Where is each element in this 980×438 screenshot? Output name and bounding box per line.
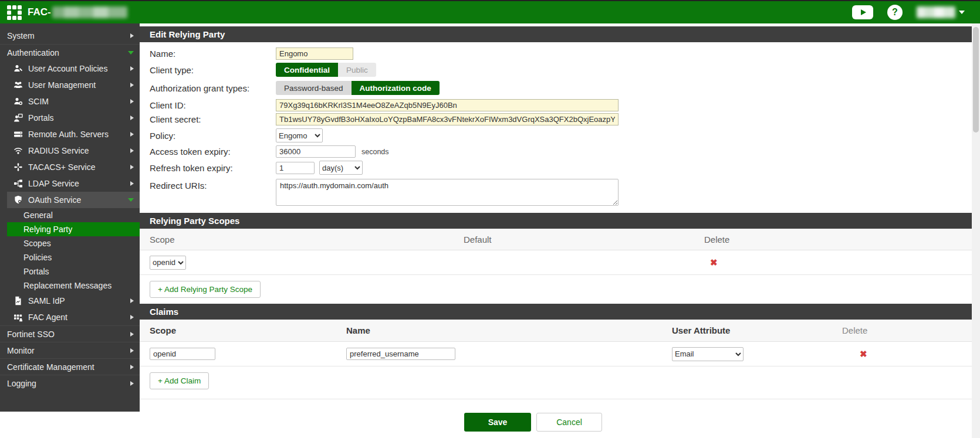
help-icon[interactable]: ? [887,5,903,20]
actions-divider [140,399,972,399]
sidebar-nav: System Authentication User Account Polic… [0,23,140,412]
refresh-token-unit-select[interactable]: day(s) [319,161,363,175]
claim-scope-input[interactable] [150,348,215,360]
scopes-col-default: Default [464,235,704,245]
scim-icon [13,96,23,107]
client-type-confidential-button[interactable]: Confidential [276,63,338,77]
access-token-expiry-input[interactable] [276,145,356,158]
add-claim-button[interactable]: + Add Claim [150,372,209,389]
sidebar-item-oauth-scopes[interactable]: Scopes [7,236,140,250]
sidebar-item-tacacs-service[interactable]: TACACS+ Service [0,159,140,175]
expand-arrow-icon [130,33,134,38]
sidebar-item-monitor[interactable]: Monitor [0,342,140,358]
client-type-public-button[interactable]: Public [338,63,376,77]
sidebar-item-fortinet-sso[interactable]: Fortinet SSO [0,325,140,342]
policy-label: Policy: [150,131,276,141]
grant-password-based-button[interactable]: Password-based [276,81,352,95]
sidebar-item-scim[interactable]: SCIM [0,93,140,110]
fac-agent-icon [13,312,23,322]
scopes-col-delete: Delete [704,235,962,245]
user-management-icon [13,80,23,90]
product-name: FAC- [28,6,51,18]
name-input[interactable] [276,47,353,60]
sidebar-item-radius-service[interactable]: RADIUS Service [0,142,140,159]
scopes-table-header: Scope Default Delete [140,229,972,250]
sidebar-item-oauth-general[interactable]: General [7,208,140,222]
client-id-label: Client ID: [150,100,276,110]
user-menu[interactable] [917,6,965,18]
sidebar-item-certificate-management[interactable]: Certificate Management [0,358,140,375]
expand-arrow-icon [130,83,134,87]
fortinet-logo [7,5,22,20]
claim-user-attribute-select[interactable]: Email [672,347,744,361]
sidebar-item-oauth-relying-party[interactable]: Relying Party [7,222,140,236]
expand-arrow-icon [130,99,134,104]
delete-icon[interactable]: ✖ [704,257,716,268]
vertical-scrollbar-thumb[interactable] [973,27,979,133]
redirect-uris-textarea[interactable]: https://auth.mydomain.com/auth [276,179,619,206]
claim-table-row: Email ✖ [140,342,972,366]
client-secret-label: Client secret: [150,114,276,124]
expand-arrow-icon [130,148,134,153]
name-label: Name: [150,49,276,59]
sidebar-item-logging[interactable]: Logging [0,375,140,391]
sidebar-item-oauth-replacement-messages[interactable]: Replacement Messages [7,279,140,293]
delete-icon[interactable]: ✖ [842,349,860,359]
form-actions: Save Cancel [464,413,972,432]
user-menu-caret-icon [959,11,965,14]
expand-arrow-icon [130,116,134,120]
access-token-expiry-label: Access token expiry: [150,147,276,157]
claims-col-scope: Scope [150,325,346,335]
grant-types-label: Authorization grant types: [150,83,276,93]
client-type-segmented: Confidential Public [276,63,376,77]
client-id-input[interactable] [276,99,619,111]
tacacs-service-icon [13,162,23,172]
client-secret-input[interactable] [276,113,619,125]
collapse-arrow-icon [128,51,134,55]
scope-select[interactable]: openid [150,256,186,270]
sidebar-item-saml-idp[interactable]: SAML IdP [0,293,140,309]
refresh-token-expiry-input[interactable] [276,162,315,174]
radius-service-icon [13,145,23,156]
sidebar-item-remote-auth-servers[interactable]: Remote Auth. Servers [0,126,140,142]
vertical-scrollbar-track [972,23,980,438]
client-type-label: Client type: [150,65,276,75]
scope-table-row: openid ✖ [140,250,972,275]
youtube-icon[interactable] [852,5,873,19]
expand-arrow-icon [130,181,134,186]
refresh-token-expiry-label: Refresh token expiry: [150,163,276,173]
grant-authorization-code-button[interactable]: Authorization code [352,81,440,95]
sidebar-item-oauth-service[interactable]: OAuth Service [7,192,140,208]
ldap-service-icon [13,178,23,189]
sidebar-item-portals-auth[interactable]: Portals [0,110,140,126]
add-relying-party-scope-button[interactable]: + Add Relying Party Scope [150,281,261,298]
sidebar-item-system[interactable]: System [0,28,140,44]
expand-arrow-icon [130,165,134,169]
sidebar-item-authentication[interactable]: Authentication [0,44,140,60]
scopes-section-title: Relying Party Scopes [140,213,972,229]
redacted-username [917,6,955,18]
sidebar-item-user-management[interactable]: User Management [0,77,140,93]
relying-party-form: Name: Client type: Confidential Public A… [140,42,972,206]
expand-arrow-icon [130,381,134,386]
save-button[interactable]: Save [464,413,531,432]
claims-table-header: Scope Name User Attribute Delete [140,320,972,342]
collapse-arrow-icon [128,198,134,202]
cancel-button[interactable]: Cancel [536,413,602,432]
sidebar-item-ldap-service[interactable]: LDAP Service [0,175,140,192]
sidebar-item-oauth-portals[interactable]: Portals [7,264,140,279]
sidebar-item-oauth-policies[interactable]: Policies [7,250,140,264]
expand-arrow-icon [130,332,134,337]
claims-section-title: Claims [140,304,972,320]
sidebar-item-user-account-policies[interactable]: User Account Policies [0,60,140,77]
expand-arrow-icon [130,315,134,320]
page-title: Edit Relying Party [140,26,972,42]
claim-name-input[interactable] [346,348,455,360]
expand-arrow-icon [130,132,134,137]
policy-select[interactable]: Engomo [276,128,323,142]
expand-arrow-icon [130,348,134,353]
redacted-hostname [52,6,127,18]
sidebar-item-fac-agent[interactable]: FAC Agent [0,309,140,325]
remote-auth-servers-icon [13,129,23,140]
oauth-service-icon [13,195,23,205]
